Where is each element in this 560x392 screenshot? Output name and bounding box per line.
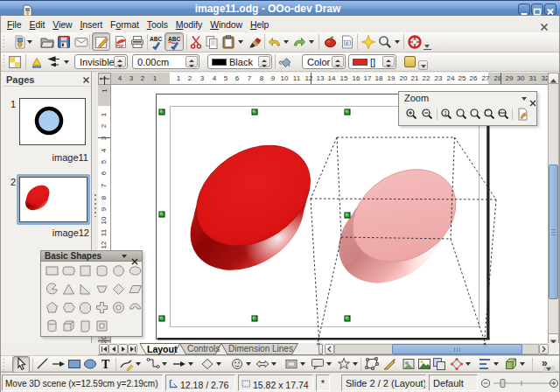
svg-text:Controls: Controls: [187, 344, 220, 354]
svg-text:Layout: Layout: [147, 344, 178, 354]
svg-text:PDF: PDF: [116, 44, 124, 48]
svg-text:ABC: ABC: [168, 36, 180, 42]
svg-text:ABC: ABC: [150, 36, 162, 42]
svg-text:1: 1: [444, 110, 447, 116]
svg-text:T: T: [102, 358, 110, 371]
svg-text:a: a: [346, 40, 348, 46]
svg-text:Dimension Lines: Dimension Lines: [228, 344, 293, 354]
